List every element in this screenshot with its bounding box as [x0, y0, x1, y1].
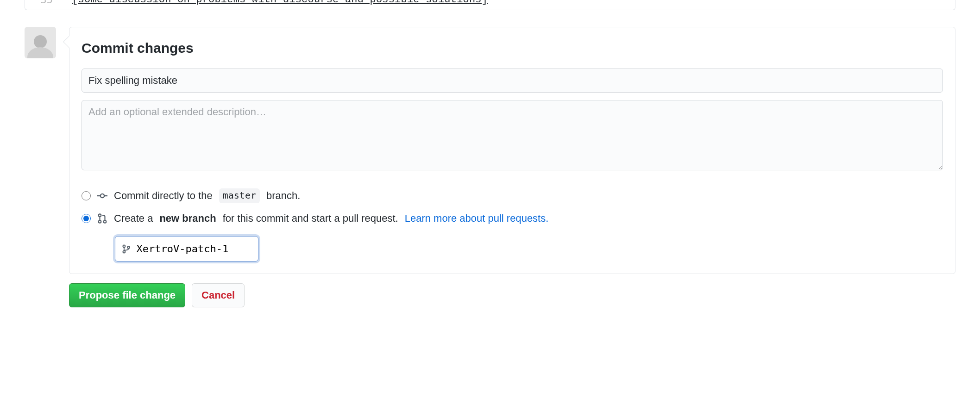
line-number: 35 — [25, 0, 61, 6]
git-commit-icon — [97, 191, 107, 201]
svg-point-3 — [99, 214, 101, 217]
radio-new-pre: Create a — [114, 211, 153, 226]
git-branch-icon — [122, 244, 131, 254]
commit-actions: Propose file change Cancel — [69, 283, 955, 307]
git-pull-request-icon — [97, 213, 107, 224]
svg-point-5 — [104, 220, 107, 223]
branch-name-field[interactable] — [115, 236, 258, 262]
diff-bullet: * — [61, 0, 72, 6]
svg-point-4 — [99, 220, 101, 223]
commit-summary-input[interactable] — [82, 69, 943, 93]
radio-commit-direct[interactable] — [82, 191, 91, 200]
diff-fragment: 35 * [some discussion on problems with d… — [25, 0, 955, 10]
branch-chip-master: master — [219, 188, 260, 203]
radio-new-branch[interactable] — [82, 214, 91, 223]
radio-newbranch-label[interactable]: Create a new branch for this commit and … — [114, 211, 548, 226]
commit-heading: Commit changes — [82, 37, 943, 58]
svg-point-0 — [101, 193, 104, 197]
radio-direct-label[interactable]: Commit directly to the master branch. — [114, 188, 300, 203]
propose-file-change-button[interactable]: Propose file change — [69, 283, 185, 307]
radio-new-mid: for this commit and start a pull request… — [223, 211, 398, 226]
svg-point-6 — [123, 245, 125, 247]
commit-target-radios: Commit directly to the master branch. — [82, 184, 943, 262]
cancel-button[interactable]: Cancel — [192, 283, 245, 307]
learn-more-link[interactable]: Learn more about pull requests. — [405, 211, 549, 226]
branch-name-input[interactable] — [137, 241, 251, 256]
commit-panel: Commit changes Commit directly to the ma… — [69, 27, 955, 274]
avatar — [25, 27, 56, 58]
radio-new-bold: new branch — [159, 211, 216, 226]
radio-direct-pre: Commit directly to the — [114, 188, 213, 203]
svg-point-7 — [123, 250, 125, 253]
radio-direct-post: branch. — [266, 188, 300, 203]
diff-code-text: [some discussion on problems with discou… — [72, 0, 488, 6]
svg-point-8 — [127, 246, 130, 248]
commit-description-textarea[interactable] — [82, 100, 943, 170]
